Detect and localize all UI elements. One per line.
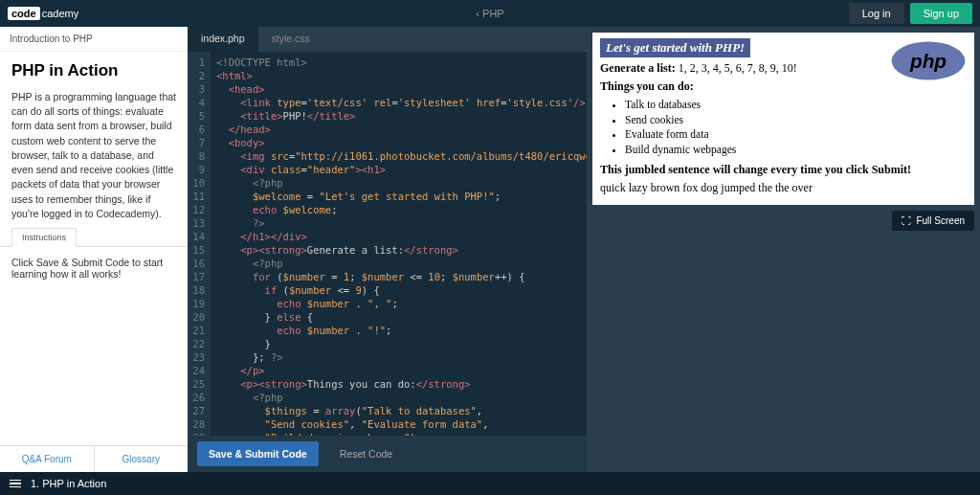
- preview-panel: php Let's get started with PHP! Generate…: [587, 27, 980, 472]
- lesson-indicator[interactable]: 1. PHP in Action: [31, 478, 106, 489]
- fullscreen-label: Full Screen: [916, 215, 965, 226]
- breadcrumb[interactable]: Introduction to PHP: [0, 27, 188, 52]
- tab-index-php[interactable]: index.php: [188, 27, 258, 52]
- editor-footer: Save & Submit Code Reset Code: [188, 436, 587, 472]
- glossary-link[interactable]: Glossary: [95, 446, 189, 472]
- fullscreen-icon: ⛶: [902, 215, 911, 226]
- course-title-text: PHP: [482, 8, 504, 19]
- topbar: code cademy ‹ PHP Log in Sign up: [0, 0, 980, 27]
- logo-box: code: [8, 7, 40, 20]
- chevron-left-icon: ‹: [476, 8, 479, 19]
- code-editor-panel: index.php style.css 12345678910111213141…: [188, 27, 587, 472]
- instruction-step: Click Save & Submit Code to start learni…: [0, 246, 188, 289]
- instructions-panel: Introduction to PHP PHP in Action PHP is…: [0, 27, 188, 472]
- list-item: Send cookies: [625, 113, 967, 128]
- fullscreen-button[interactable]: ⛶ Full Screen: [892, 211, 974, 231]
- preview-things-list: Talk to databasesSend cookiesEvaluate fo…: [625, 98, 967, 157]
- preview-frame: php Let's get started with PHP! Generate…: [592, 33, 974, 205]
- menu-icon[interactable]: [10, 478, 21, 490]
- list-item: Talk to databases: [625, 98, 967, 113]
- instructions-tab: Instructions: [11, 228, 77, 247]
- list-item: Build dynamic webpages: [625, 143, 967, 158]
- tab-style-css[interactable]: style.css: [258, 27, 323, 52]
- qa-forum-link[interactable]: Q&A Forum: [0, 446, 95, 472]
- code-content[interactable]: <!DOCTYPE html><html> <head> <link type=…: [211, 52, 587, 436]
- login-button[interactable]: Log in: [849, 3, 904, 24]
- preview-heading: Let's get started with PHP!: [600, 38, 750, 57]
- php-logo-icon: php: [890, 38, 967, 84]
- logo-text: cademy: [42, 8, 79, 19]
- preview-jumbled-label: This jumbled sentence will change every …: [600, 163, 911, 176]
- page-title: PHP in Action: [11, 61, 176, 80]
- list-item: Evaluate form data: [625, 127, 967, 143]
- course-title: ‹ PHP: [476, 8, 503, 19]
- code-editor[interactable]: 1234567891011121314151617181920212223242…: [188, 52, 587, 436]
- signup-button[interactable]: Sign up: [910, 3, 972, 24]
- preview-jumbled-text: quick lazy brown fox dog jumped the the …: [600, 181, 967, 195]
- line-gutter: 1234567891011121314151617181920212223242…: [188, 52, 211, 436]
- instruction-paragraph: PHP is a programming language that can d…: [11, 90, 176, 221]
- reset-code-button[interactable]: Reset Code: [328, 441, 404, 466]
- editor-tabs: index.php style.css: [188, 27, 587, 52]
- save-submit-button[interactable]: Save & Submit Code: [197, 441, 319, 466]
- logo[interactable]: code cademy: [8, 7, 78, 20]
- bottombar: 1. PHP in Action: [0, 472, 980, 495]
- topbar-actions: Log in Sign up: [849, 3, 972, 24]
- svg-text:php: php: [909, 50, 947, 72]
- help-links: Q&A Forum Glossary: [0, 445, 188, 472]
- preview-things-label: Things you can do:: [600, 79, 694, 93]
